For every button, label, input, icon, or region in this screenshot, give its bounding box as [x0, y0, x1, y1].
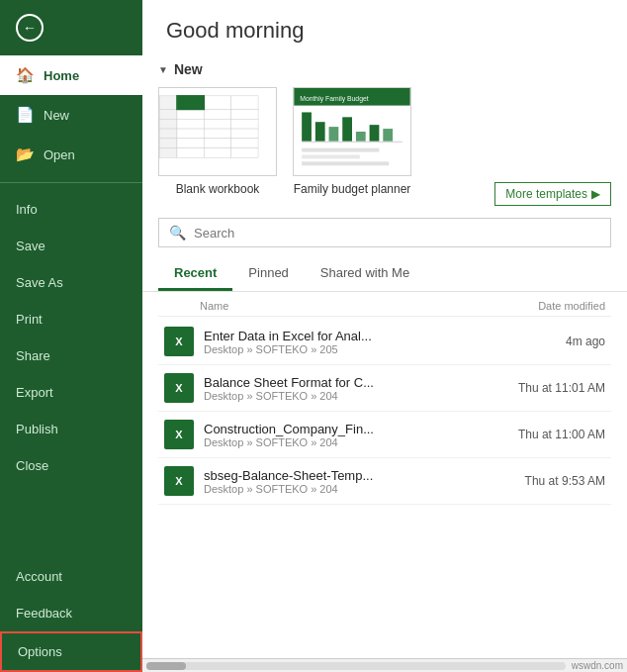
template-blank-thumb — [158, 87, 277, 176]
file-info-2: Balance Sheet Format for C... Desktop » … — [204, 375, 477, 402]
watermark: wswdn.com — [572, 660, 623, 671]
file-list-header: Name Date modified — [158, 296, 611, 317]
chevron-down-icon: ▼ — [158, 64, 168, 75]
svg-rect-35 — [383, 129, 393, 142]
file-row[interactable]: X Balance Sheet Format for C... Desktop … — [158, 365, 611, 412]
main-header: Good morning — [142, 0, 627, 53]
sidebar-item-options[interactable]: Options — [0, 631, 142, 672]
new-section-title: New — [174, 61, 203, 77]
sidebar-item-publish[interactable]: Publish — [0, 411, 142, 447]
sidebar-item-info[interactable]: Info — [0, 191, 142, 228]
file-date-3: Thu at 11:00 AM — [477, 428, 605, 441]
sidebar-divider-top — [0, 182, 142, 183]
file-name-1: Enter Data in Excel for Anal... — [204, 329, 477, 343]
new-section: ▼ New — [142, 53, 627, 87]
sidebar-bottom: Account Feedback Options — [0, 558, 142, 672]
file-list: Name Date modified X Enter Data in Excel… — [142, 296, 627, 658]
template-family-budget-thumb: Monthly Family Budget — [293, 87, 411, 176]
svg-rect-10 — [177, 110, 204, 120]
page-title: Good morning — [166, 18, 603, 44]
new-icon: 📄 — [16, 106, 34, 124]
file-name-4: sbseg-Balance-Sheet-Temp... — [204, 468, 477, 483]
back-button[interactable]: ← — [0, 0, 142, 55]
svg-rect-18 — [231, 129, 258, 139]
search-icon: 🔍 — [169, 225, 186, 240]
svg-text:Monthly Family Budget: Monthly Family Budget — [300, 95, 369, 103]
excel-icon-3: X — [164, 420, 194, 449]
col-name-header: Name — [164, 300, 477, 312]
sidebar-item-account-label: Account — [16, 569, 62, 584]
more-templates-arrow-icon: ▶ — [591, 187, 600, 201]
sidebar-item-home-label: Home — [44, 68, 79, 83]
sidebar-item-new[interactable]: 📄 New — [0, 95, 142, 135]
search-area: 🔍 — [142, 212, 627, 247]
svg-rect-17 — [204, 129, 230, 139]
file-info-3: Construction_Company_Fin... Desktop » SO… — [204, 422, 477, 448]
back-circle-icon: ← — [16, 14, 44, 42]
excel-icon-2: X — [164, 373, 194, 403]
file-date-1: 4m ago — [477, 335, 605, 348]
sidebar-item-export-label: Export — [16, 385, 53, 400]
svg-rect-15 — [231, 119, 258, 129]
more-templates-button[interactable]: More templates ▶ — [494, 182, 611, 206]
file-path-3: Desktop » SOFTEKO » 204 — [204, 436, 477, 448]
sidebar-item-feedback[interactable]: Feedback — [0, 595, 142, 631]
horizontal-scrollbar[interactable]: wswdn.com — [142, 658, 627, 672]
tab-shared[interactable]: Shared with Me — [305, 257, 425, 291]
svg-rect-22 — [177, 148, 204, 158]
sidebar-spacer — [0, 484, 142, 558]
sidebar-item-home[interactable]: 🏠 Home — [0, 55, 142, 95]
svg-rect-30 — [315, 122, 325, 142]
sidebar-item-export[interactable]: Export — [0, 374, 142, 411]
templates-wrapper: Blank workbook Monthly Family Budget — [142, 87, 627, 212]
file-info-1: Enter Data in Excel for Anal... Desktop … — [204, 329, 477, 355]
svg-rect-36 — [302, 142, 403, 143]
sidebar-item-share-label: Share — [16, 348, 50, 363]
file-path-2: Desktop » SOFTEKO » 204 — [204, 390, 477, 402]
svg-rect-37 — [302, 148, 379, 152]
file-row[interactable]: X Enter Data in Excel for Anal... Deskto… — [158, 319, 611, 365]
svg-rect-12 — [231, 110, 258, 120]
svg-rect-39 — [302, 161, 389, 165]
main-content: Good morning ▼ New — [142, 0, 627, 672]
file-date-2: Thu at 11:01 AM — [477, 381, 605, 395]
sidebar-item-save[interactable]: Save — [0, 228, 142, 264]
excel-icon-1: X — [164, 327, 194, 356]
sidebar-item-account[interactable]: Account — [0, 558, 142, 595]
svg-rect-3 — [231, 96, 258, 110]
svg-rect-2 — [204, 96, 230, 110]
svg-rect-29 — [302, 112, 312, 141]
templates-row: Blank workbook Monthly Family Budget — [142, 87, 443, 206]
sidebar-item-print-label: Print — [16, 312, 43, 327]
sidebar-item-options-label: Options — [18, 644, 62, 659]
svg-rect-14 — [204, 119, 230, 129]
search-input[interactable] — [194, 226, 600, 240]
sidebar: ← 🏠 Home 📄 New 📂 Open Info Save Save As … — [0, 0, 142, 672]
file-info-4: sbseg-Balance-Sheet-Temp... Desktop » SO… — [204, 468, 477, 495]
open-folder-icon: 📂 — [16, 145, 34, 163]
search-box[interactable]: 🔍 — [158, 218, 611, 247]
file-row[interactable]: X Construction_Company_Fin... Desktop » … — [158, 412, 611, 458]
new-section-toggle[interactable]: ▼ New — [158, 61, 611, 77]
file-row[interactable]: X sbseg-Balance-Sheet-Temp... Desktop » … — [158, 458, 611, 505]
sidebar-item-close[interactable]: Close — [0, 447, 142, 484]
sidebar-item-print[interactable]: Print — [0, 301, 142, 337]
tab-pinned[interactable]: Pinned — [232, 257, 304, 291]
file-name-3: Construction_Company_Fin... — [204, 422, 477, 436]
sidebar-item-save-as[interactable]: Save As — [0, 264, 142, 301]
scrollbar-thumb — [146, 662, 186, 670]
col-date-header: Date modified — [477, 300, 605, 312]
template-blank-workbook[interactable]: Blank workbook — [158, 87, 277, 196]
sidebar-item-feedback-label: Feedback — [16, 606, 72, 621]
svg-rect-13 — [177, 119, 204, 129]
svg-rect-38 — [302, 154, 360, 158]
svg-rect-11 — [204, 110, 230, 120]
sidebar-item-share[interactable]: Share — [0, 337, 142, 374]
svg-rect-8 — [159, 139, 177, 148]
sidebar-item-save-label: Save — [16, 239, 45, 253]
tab-recent[interactable]: Recent — [158, 257, 232, 291]
svg-rect-6 — [159, 119, 177, 129]
template-family-budget[interactable]: Monthly Family Budget — [293, 87, 411, 196]
file-path-1: Desktop » SOFTEKO » 205 — [204, 343, 477, 355]
sidebar-item-open[interactable]: 📂 Open — [0, 135, 142, 174]
